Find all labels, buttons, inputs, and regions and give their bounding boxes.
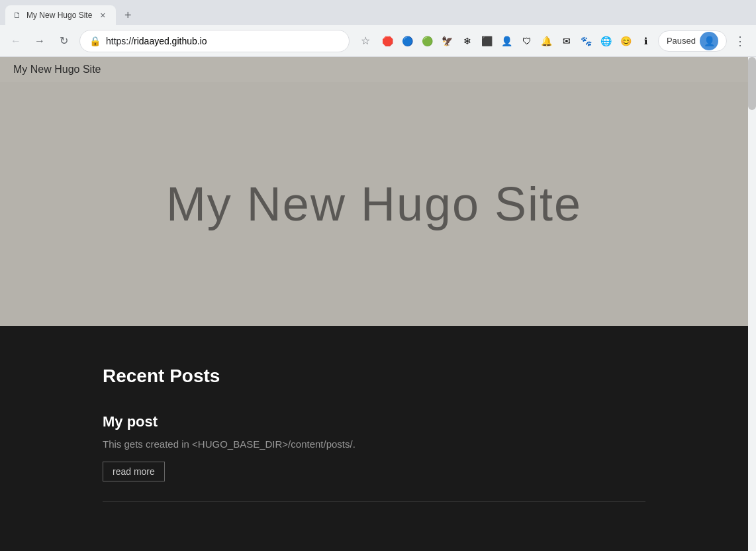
post-excerpt: This gets created in <HUGO_BASE_DIR>/con… xyxy=(103,437,645,452)
site-navigation: My New Hugo Site xyxy=(0,57,748,82)
post-item: My post This gets created in <HUGO_BASE_… xyxy=(103,413,645,481)
read-more-button[interactable]: read more xyxy=(103,462,165,481)
url-text: https://ridaayed.github.io xyxy=(106,36,340,46)
lock-icon: 🔒 xyxy=(89,36,101,46)
extension-green-icon[interactable]: 🟢 xyxy=(418,32,437,50)
extension-emoji-icon[interactable]: 😊 xyxy=(617,32,636,50)
scrollbar-thumb[interactable] xyxy=(748,57,756,110)
new-tab-button[interactable]: + xyxy=(118,6,137,25)
url-prefix: https:// xyxy=(106,36,134,46)
extensions-area: 🛑 🔵 🟢 🦅 ❄ ⬛ 👤 🛡 🔔 ✉ 🐾 🌐 😊 ℹ xyxy=(379,32,655,50)
browser-menu-button[interactable]: ⋮ xyxy=(730,30,751,52)
tab-bar: 🗋 My New Hugo Site × + xyxy=(0,0,756,25)
extension-mail-icon[interactable]: ✉ xyxy=(557,32,576,50)
tab-icon: 🗋 xyxy=(13,11,21,20)
extension-eagle-icon[interactable]: 🦅 xyxy=(438,32,457,50)
reload-button[interactable]: ↻ xyxy=(53,30,74,52)
back-button[interactable]: ← xyxy=(5,30,26,52)
paused-button[interactable]: Paused 👤 xyxy=(658,30,727,52)
extension-black-icon[interactable]: ⬛ xyxy=(478,32,496,50)
tab-close-button[interactable]: × xyxy=(97,10,108,21)
extension-globe-icon[interactable]: 🌐 xyxy=(597,32,616,50)
browser-chrome: 🗋 My New Hugo Site × + ← → ↻ 🔒 https://r… xyxy=(0,0,756,57)
extension-snowflake-icon[interactable]: ❄ xyxy=(458,32,477,50)
extension-abp-icon[interactable]: 🛑 xyxy=(379,32,397,50)
main-content: Recent Posts My post This gets created i… xyxy=(0,326,748,551)
forward-button[interactable]: → xyxy=(29,30,50,52)
tab-title: My New Hugo Site xyxy=(26,11,92,20)
recent-posts-heading: Recent Posts xyxy=(103,366,645,387)
extension-shield-icon[interactable]: 🛡 xyxy=(518,32,536,50)
extension-bell-icon[interactable]: 🔔 xyxy=(538,32,556,50)
url-domain: ridaayed.github.io xyxy=(134,36,207,46)
extension-info-icon[interactable]: ℹ xyxy=(637,32,655,50)
scrollbar-track xyxy=(748,57,756,551)
extension-user-icon[interactable]: 👤 xyxy=(498,32,516,50)
browser-toolbar: ← → ↻ 🔒 https://ridaayed.github.io ☆ 🛑 🔵… xyxy=(0,25,756,57)
address-bar[interactable]: 🔒 https://ridaayed.github.io xyxy=(79,30,350,52)
post-title: My post xyxy=(103,413,645,430)
paused-label: Paused xyxy=(667,36,696,46)
profile-avatar: 👤 xyxy=(700,32,718,50)
site-nav-title[interactable]: My New Hugo Site xyxy=(13,64,101,75)
hero-title: My New Hugo Site xyxy=(166,177,582,231)
extension-paw-icon[interactable]: 🐾 xyxy=(577,32,596,50)
page-content: My New Hugo Site My New Hugo Site Recent… xyxy=(0,57,748,551)
post-divider xyxy=(103,501,645,502)
content-container: Recent Posts My post This gets created i… xyxy=(76,366,672,502)
hero-section: My New Hugo Site xyxy=(0,82,748,326)
active-tab[interactable]: 🗋 My New Hugo Site × xyxy=(5,5,116,25)
extension-blue-icon[interactable]: 🔵 xyxy=(399,32,417,50)
bookmark-star-button[interactable]: ☆ xyxy=(355,30,376,52)
